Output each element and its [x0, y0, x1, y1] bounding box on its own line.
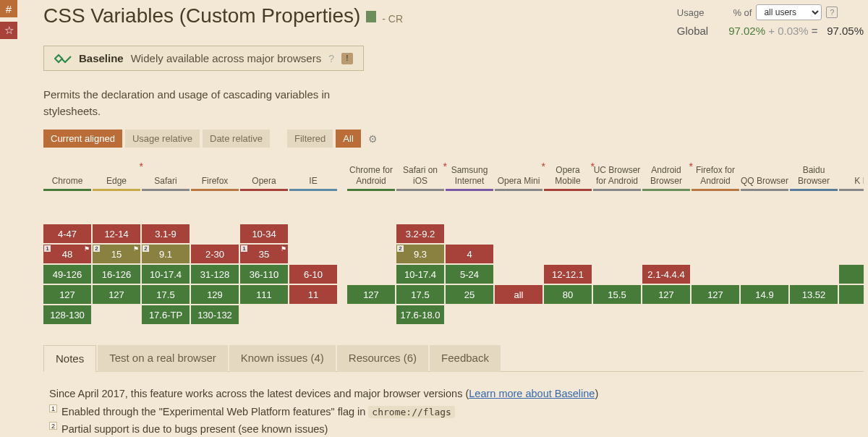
- version-cell[interactable]: all: [495, 285, 542, 304]
- total-pct: 97.05%: [827, 25, 864, 37]
- view-usage-relative[interactable]: Usage relative: [125, 130, 200, 148]
- doc-icon: [366, 11, 376, 22]
- support-table: Chrome4-4748⚑49-126127128-130Edge*12-141…: [43, 159, 864, 324]
- browser-header[interactable]: Firefox for Android: [692, 159, 739, 191]
- version-cell[interactable]: 17.6-TP: [142, 305, 190, 324]
- usage-label: Usage: [677, 7, 705, 18]
- tab-feedback[interactable]: Feedback: [430, 345, 501, 372]
- version-cell[interactable]: [839, 285, 864, 304]
- baseline-link[interactable]: Learn more about Baseline: [469, 388, 595, 399]
- tab-test[interactable]: Test on a real browser: [98, 345, 228, 372]
- version-cell[interactable]: 127: [43, 285, 91, 304]
- version-cell[interactable]: 129: [191, 285, 239, 304]
- view-all[interactable]: All: [336, 130, 360, 148]
- status-label: - CR: [382, 13, 403, 25]
- version-cell[interactable]: 31-128: [191, 265, 239, 284]
- flag-icon: ⚑: [84, 245, 90, 253]
- browser-header[interactable]: Safari on iOS*: [396, 159, 444, 191]
- browser-header[interactable]: Samsung Internet: [446, 159, 493, 191]
- browser-header[interactable]: IE: [289, 159, 337, 191]
- browser-header[interactable]: UC Browser for Android: [593, 159, 641, 191]
- version-cell[interactable]: 16-126: [93, 265, 140, 284]
- view-date-relative[interactable]: Date relative: [203, 130, 270, 148]
- version-cell[interactable]: 5-24: [446, 265, 493, 284]
- page-title: CSS Variables (Custom Properties): [43, 4, 360, 27]
- version-cell[interactable]: 2-30: [191, 245, 239, 263]
- flag-icon: ⚑: [133, 245, 139, 253]
- version-cell[interactable]: 12-14: [93, 224, 140, 243]
- version-cell[interactable]: 49-126: [43, 265, 91, 284]
- view-filtered[interactable]: Filtered: [287, 130, 333, 148]
- version-cell[interactable]: 10-34: [240, 224, 288, 243]
- feature-description: Permits the declaration and usage of cas…: [43, 87, 347, 119]
- version-cell[interactable]: 3.2-9.2: [396, 224, 444, 243]
- version-cell[interactable]: 48⚑: [43, 245, 91, 263]
- version-cell[interactable]: 3.1-9: [142, 224, 190, 243]
- baseline-help-icon[interactable]: ?: [328, 53, 334, 64]
- version-cell[interactable]: 127: [692, 285, 739, 304]
- pct-of-select[interactable]: all users: [756, 4, 822, 20]
- browser-header[interactable]: Chrome for Android: [347, 159, 395, 191]
- version-cell[interactable]: 15.5: [593, 285, 641, 304]
- version-cell[interactable]: 9.3: [396, 245, 444, 263]
- favorite-button[interactable]: ☆: [0, 22, 17, 39]
- flag-icon: ⚑: [281, 245, 286, 253]
- baseline-icon: [54, 53, 72, 64]
- browser-header[interactable]: Opera Mobile*: [544, 159, 592, 191]
- version-cell[interactable]: 17.5: [396, 285, 444, 304]
- version-cell[interactable]: 2.1-4.4.4: [642, 265, 690, 284]
- version-cell[interactable]: 15⚑: [93, 245, 140, 263]
- baseline-label: Baseline: [79, 52, 124, 64]
- gear-icon[interactable]: ⚙: [368, 133, 378, 145]
- version-cell[interactable]: 11: [289, 285, 337, 304]
- version-cell[interactable]: 80: [544, 285, 592, 304]
- version-cell[interactable]: 4-47: [43, 224, 91, 243]
- version-cell[interactable]: 36-110: [240, 265, 288, 284]
- pct-of-label: % of: [733, 7, 752, 18]
- version-cell[interactable]: 35⚑: [240, 245, 288, 263]
- version-cell[interactable]: 4: [446, 245, 493, 263]
- note-badge-1: 1: [49, 404, 57, 412]
- version-cell[interactable]: 12-12.1: [544, 265, 592, 284]
- browser-header[interactable]: Baidu Browser: [790, 159, 838, 191]
- browser-header[interactable]: Opera: [240, 159, 288, 191]
- version-cell[interactable]: 13.52: [790, 285, 838, 304]
- version-cell[interactable]: 127: [347, 285, 395, 304]
- browser-header[interactable]: Firefox: [191, 159, 239, 191]
- version-cell[interactable]: 130-132: [191, 305, 239, 324]
- notes-body: Since April 2017, this feature works acr…: [43, 372, 864, 437]
- tab-known-issues[interactable]: Known issues (4): [229, 345, 336, 372]
- browser-header[interactable]: QQ Browser: [741, 159, 788, 191]
- view-controls: Current aligned Usage relative Date rela…: [43, 130, 864, 148]
- baseline-text: Widely available across major browsers: [131, 52, 321, 64]
- version-cell[interactable]: 6-10: [289, 265, 337, 284]
- version-cell[interactable]: 10-17.4: [142, 265, 190, 284]
- version-cell[interactable]: 14.9: [741, 285, 788, 304]
- browser-header[interactable]: Safari: [142, 159, 190, 191]
- plus-pct: + 0.03%: [768, 25, 808, 37]
- browser-header[interactable]: Opera Mini*: [495, 159, 542, 191]
- note-badge-2: 2: [49, 422, 57, 430]
- version-cell[interactable]: 127: [642, 285, 690, 304]
- version-cell[interactable]: 9.1: [142, 245, 190, 263]
- version-cell[interactable]: [839, 265, 864, 284]
- version-cell[interactable]: 25: [446, 285, 493, 304]
- version-cell[interactable]: 127: [93, 285, 140, 304]
- version-cell[interactable]: 111: [240, 285, 288, 304]
- view-current-aligned[interactable]: Current aligned: [43, 130, 122, 148]
- baseline-status: Baseline Widely available across major b…: [43, 46, 364, 71]
- tab-resources[interactable]: Resources (6): [337, 345, 428, 372]
- version-cell[interactable]: 128-130: [43, 305, 91, 324]
- version-cell[interactable]: 17.5: [142, 285, 190, 304]
- help-icon[interactable]: ?: [826, 7, 838, 18]
- browser-header[interactable]: Android Browser*: [642, 159, 690, 191]
- browser-header[interactable]: Chrome: [43, 159, 91, 191]
- browser-header[interactable]: Edge*: [93, 159, 140, 191]
- tab-notes[interactable]: Notes: [43, 345, 96, 372]
- version-cell[interactable]: 10-17.4: [396, 265, 444, 284]
- browser-header[interactable]: K Br: [839, 159, 864, 191]
- warning-icon[interactable]: !: [341, 53, 353, 64]
- permalink-button[interactable]: #: [0, 0, 17, 17]
- version-cell[interactable]: 17.6-18.0: [396, 305, 444, 324]
- supported-pct: 97.02%: [728, 25, 765, 37]
